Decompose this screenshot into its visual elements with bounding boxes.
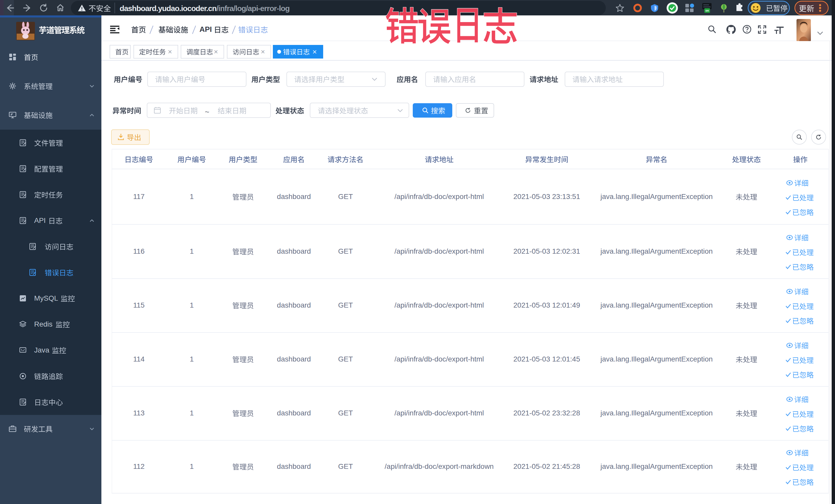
svg-text:on: on: [705, 9, 709, 12]
